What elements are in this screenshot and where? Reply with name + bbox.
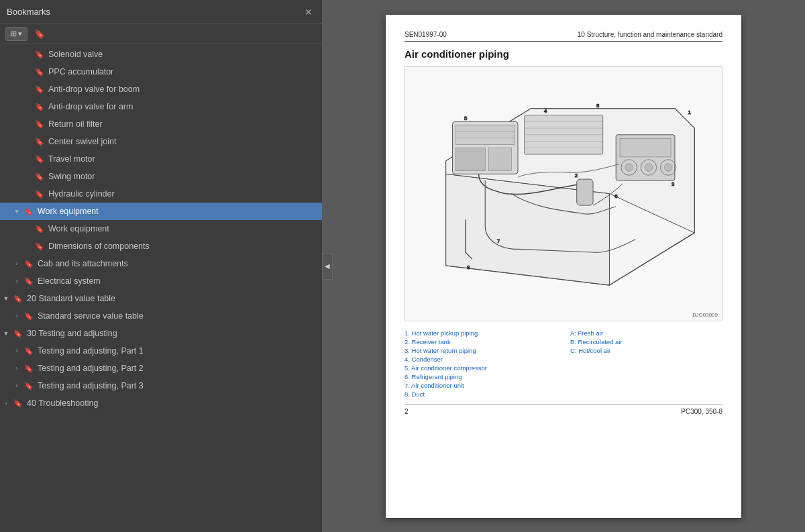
list-item-testing-part2[interactable]: › 🔖 Testing and adjusting, Part 2 [0,360,322,377]
bookmark-icon: 🔖 [34,68,46,76]
bookmark-icon: 🔖 [12,329,24,338]
list-item-testing-part3[interactable]: › 🔖 Testing and adjusting, Part 3 [0,377,322,394]
view-options-button[interactable]: ⊞ ▾ [5,27,28,41]
collapse-toggle[interactable]: ▼ [11,208,23,215]
list-item[interactable]: 🔖 Anti-drop valve for boom [0,81,322,98]
item-label: Anti-drop valve for arm [48,102,317,111]
item-label: Electrical system [38,276,317,286]
list-item-cab[interactable]: › 🔖 Cab and its attachments [0,255,322,272]
svg-point-11 [645,164,653,172]
list-item[interactable]: 🔖 PPC accumulator [0,63,322,81]
bookmark-icon: 🔖 [34,50,46,59]
bookmark-icon: 🔖 [34,172,46,181]
list-item[interactable]: 🔖 Return oil filter [0,115,322,133]
svg-point-13 [664,164,672,172]
doc-main-title: Air conditioner piping [405,48,722,60]
svg-text:2: 2 [575,172,578,178]
expand-toggle[interactable]: › [11,313,23,319]
expand-toggle[interactable]: › [11,348,23,354]
bookmark-icon: 🔖 [12,399,24,408]
list-item[interactable]: 🔖 Work equipment [0,220,322,237]
item-label: 40 Troubleshooting [27,398,317,408]
caption-item: 4. Condenser [405,356,557,363]
bookmark-icon: 🔖 [23,364,35,373]
bookmark-icon: 🔖 [34,120,46,129]
expand-toggle[interactable]: › [11,278,23,284]
list-item-testing-adjusting[interactable]: ▼ 🔖 30 Testing and adjusting [0,325,322,342]
document-diagram: 1 8 3 4 5 2 6 7 8 BJG03009 [405,66,722,321]
doc-footer: 2 PC300, 350-8 [405,405,722,415]
item-label: Hydraulic cylinder [48,189,317,199]
item-label: Dimensions of components [48,242,317,251]
list-item[interactable]: 🔖 Solenoid valve [0,46,322,63]
bookmark-icon: 🔖 [34,155,46,164]
list-item-troubleshooting[interactable]: › 🔖 40 Troubleshooting [0,394,322,412]
list-item[interactable]: 🔖 Travel motor [0,150,322,168]
doc-model: PC300, 350-8 [681,408,722,415]
bookmarks-panel: Bookmarks ✕ ⊞ ▾ 🔖 🔖 Solenoid valve 🔖 PPC… [0,0,322,532]
collapse-toggle[interactable]: ▼ [0,330,12,337]
list-item[interactable]: 🔖 Anti-drop valve for arm [0,98,322,115]
document-page: SEN01997-00 10 Structure, function and m… [386,15,741,518]
expand-toggle[interactable]: › [11,382,23,389]
item-label: Solenoid valve [48,50,317,59]
panel-collapse-button[interactable]: ◀ [322,253,333,280]
bookmark-icon: 🔖 [23,277,35,286]
bookmark-icon: 🔖 [23,312,35,321]
svg-text:7: 7 [497,238,500,244]
collapse-toggle[interactable]: ▼ [0,295,12,302]
expand-toggle[interactable]: › [11,260,23,267]
list-item-electrical[interactable]: › 🔖 Electrical system [0,272,322,290]
svg-text:3: 3 [672,181,674,187]
expand-toggle[interactable]: › [0,400,12,407]
item-label: Center swivel joint [48,137,317,146]
grid-icon: ⊞ [11,30,17,38]
toolbar-row: ⊞ ▾ 🔖 [0,24,322,44]
close-button[interactable]: ✕ [302,5,315,19]
bookmark-icon: 🔖 [12,295,24,303]
caption-item: 6. Refrigerant piping [405,373,557,380]
item-label: Swing motor [48,172,317,181]
bookmark-icon: 🔖 [23,260,35,268]
list-item[interactable]: 🔖 Center swivel joint [0,133,322,150]
list-item[interactable]: 🔖 Swing motor [0,168,322,185]
svg-rect-7 [620,139,671,157]
bookmark-icon: 🔖 [34,103,46,111]
item-label: Anti-drop valve for boom [48,85,317,94]
svg-rect-5 [488,148,511,170]
bookmark-icon: 🔖 [23,382,35,390]
item-label: Testing and adjusting, Part 3 [38,381,317,390]
expand-toggle[interactable]: › [11,365,23,372]
doc-section-title: 10 Structure, function and maintenance s… [578,31,722,38]
svg-point-9 [625,164,633,172]
doc-header: SEN01997-00 10 Structure, function and m… [405,31,722,42]
list-item[interactable]: 🔖 Dimensions of components [0,237,322,255]
diagram-reference: BJG03009 [692,312,718,318]
caption-left-col: 1. Hot water pickup piping 2. Receiver t… [405,329,557,398]
caption-item: C: Hot/cool air [570,347,722,354]
bookmark-icon-button[interactable]: 🔖 [30,27,49,41]
item-label: Work equipment [48,224,317,233]
item-label: Work equipment [38,207,317,216]
list-item[interactable]: 🔖 Hydraulic cylinder [0,185,322,203]
item-label: Testing and adjusting, Part 1 [38,346,317,356]
list-item-work-equipment-parent[interactable]: ▼ 🔖 Work equipment [0,203,322,220]
list-item-standard-value[interactable]: ▼ 🔖 20 Standard value table [0,290,322,307]
svg-text:5: 5 [464,115,467,121]
dropdown-arrow-icon: ▾ [18,30,22,38]
bookmark-icon: 🔖 [34,29,45,39]
svg-text:4: 4 [544,108,547,114]
svg-rect-1 [455,125,515,144]
bookmark-icon: 🔖 [23,207,35,216]
caption-item: 1. Hot water pickup piping [405,329,557,337]
air-conditioner-diagram: 1 8 3 4 5 2 6 7 8 [413,73,714,314]
list-item-testing-part1[interactable]: › 🔖 Testing and adjusting, Part 1 [0,342,322,360]
document-panel: ◀ SEN01997-00 10 Structure, function and… [322,0,805,532]
bookmark-icon: 🔖 [34,85,46,94]
item-label: 20 Standard value table [27,294,317,303]
svg-rect-20 [576,179,592,205]
svg-text:8: 8 [596,103,599,109]
caption-item: 5. Air conditioner compressor [405,364,557,372]
list-item-standard-service[interactable]: › 🔖 Standard service value table [0,307,322,325]
item-label: Cab and its attachments [38,259,317,268]
